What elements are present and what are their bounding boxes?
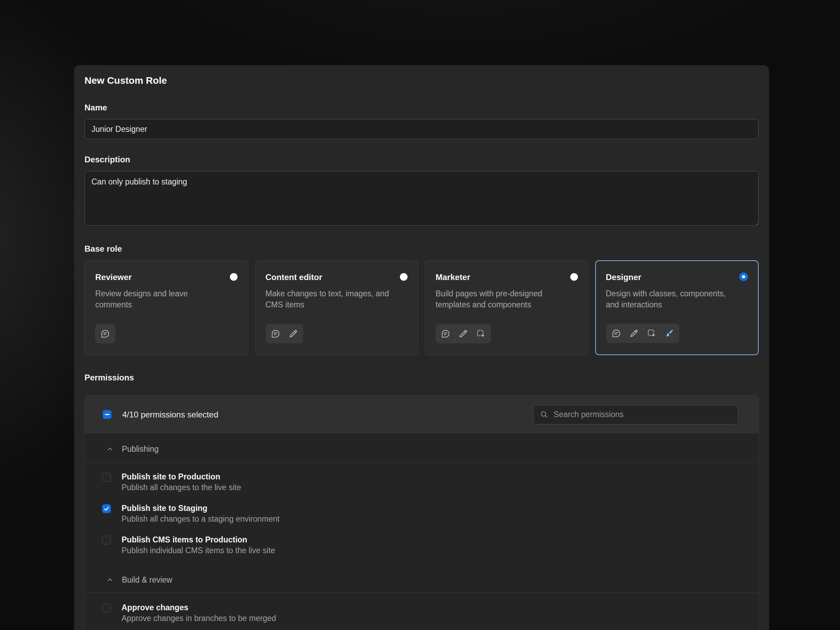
permissions-header: 4/10 permissions selected <box>84 395 759 433</box>
role-title: Reviewer <box>95 272 131 283</box>
role-capability-icons <box>436 324 491 343</box>
permission-title: Approve changes <box>122 602 276 613</box>
radio-designer-selected[interactable] <box>739 272 748 281</box>
checkbox-publish-cms[interactable] <box>102 536 111 545</box>
role-capability-icons <box>606 324 679 343</box>
search-input[interactable] <box>554 410 732 419</box>
chevron-up-icon <box>106 576 114 584</box>
role-description: Build pages with pre-designed templates … <box>436 288 564 310</box>
comment-icon <box>270 328 281 339</box>
group-label: Publishing <box>122 444 159 454</box>
role-description: Make changes to text, images, and CMS it… <box>265 288 394 310</box>
permissions-search <box>533 405 738 425</box>
checkbox-approve-changes[interactable] <box>102 604 111 613</box>
role-capability-icons <box>95 324 115 343</box>
group-rows-publishing: Publish site to Production Publish all c… <box>85 462 758 564</box>
base-role-card-content-editor[interactable]: Content editor Make changes to text, ima… <box>255 260 418 355</box>
description-label: Description <box>84 155 759 165</box>
group-label: Build & review <box>122 575 172 585</box>
permission-title: Publish site to Staging <box>122 503 279 514</box>
permission-row-publish-staging: Publish site to Staging Publish all chan… <box>85 498 758 529</box>
radio-marketer[interactable] <box>570 273 578 281</box>
base-role-cards: Reviewer Review designs and leave commen… <box>84 260 759 355</box>
radio-reviewer[interactable] <box>230 273 237 281</box>
permission-title: Publish site to Production <box>122 471 241 482</box>
group-rows-build-review: Approve changes Approve changes in branc… <box>85 593 758 630</box>
dialog-title: New Custom Role <box>84 75 759 87</box>
base-role-card-marketer[interactable]: Marketer Build pages with pre-designed t… <box>425 260 589 355</box>
search-icon <box>540 410 548 419</box>
group-header-publishing[interactable]: Publishing <box>85 433 758 462</box>
permission-description: Publish all changes to a staging environ… <box>122 514 279 524</box>
name-label: Name <box>84 103 759 113</box>
permission-row-publish-production: Publish site to Production Publish all c… <box>85 466 758 498</box>
role-title: Designer <box>606 272 642 283</box>
chevron-up-icon <box>106 445 114 453</box>
permissions-summary: 4/10 permissions selected <box>122 410 533 420</box>
permission-description: Publish all changes to the live site <box>122 482 241 493</box>
permissions-panel: 4/10 permissions selected Publishing Pub… <box>84 395 759 630</box>
pencil-icon <box>458 328 469 339</box>
role-title: Marketer <box>436 272 470 283</box>
name-field[interactable] <box>84 119 759 139</box>
pencil-icon <box>629 328 639 338</box>
check-icon <box>103 505 110 512</box>
pencil-icon <box>288 328 298 339</box>
permissions-list: Publishing Publish site to Production Pu… <box>84 433 759 630</box>
role-description: Design with classes, components, and int… <box>606 288 734 310</box>
comment-icon <box>611 328 622 338</box>
permissions-label: Permissions <box>84 373 759 383</box>
role-capability-icons <box>265 324 303 343</box>
permission-row-approve-changes: Approve changes Approve changes in branc… <box>85 597 758 628</box>
group-header-build-review[interactable]: Build & review <box>85 564 758 593</box>
role-title: Content editor <box>265 272 322 283</box>
new-custom-role-dialog: New Custom Role Name Description Can onl… <box>74 65 769 630</box>
permission-title: Publish CMS items to Production <box>122 534 275 545</box>
description-field[interactable]: Can only publish to staging <box>84 171 759 226</box>
checkbox-publish-staging-checked[interactable] <box>102 504 111 513</box>
comment-icon <box>100 328 111 339</box>
permission-row-publish-cms: Publish CMS items to Production Publish … <box>85 529 758 561</box>
select-cursor-icon <box>476 328 486 339</box>
base-role-card-reviewer[interactable]: Reviewer Review designs and leave commen… <box>84 260 248 355</box>
base-role-card-designer[interactable]: Designer Design with classes, components… <box>595 260 759 355</box>
checkbox-publish-production[interactable] <box>102 473 111 482</box>
paintbrush-icon <box>664 328 674 338</box>
role-description: Review designs and leave comments <box>95 288 223 310</box>
select-cursor-icon <box>646 328 657 338</box>
select-all-checkbox[interactable] <box>103 410 112 419</box>
permission-description: Approve changes in branches to be merged <box>122 613 276 624</box>
comment-icon <box>441 328 451 339</box>
base-role-label: Base role <box>84 244 759 254</box>
radio-content-editor[interactable] <box>400 273 407 281</box>
permission-description: Publish individual CMS items to the live… <box>122 545 275 556</box>
